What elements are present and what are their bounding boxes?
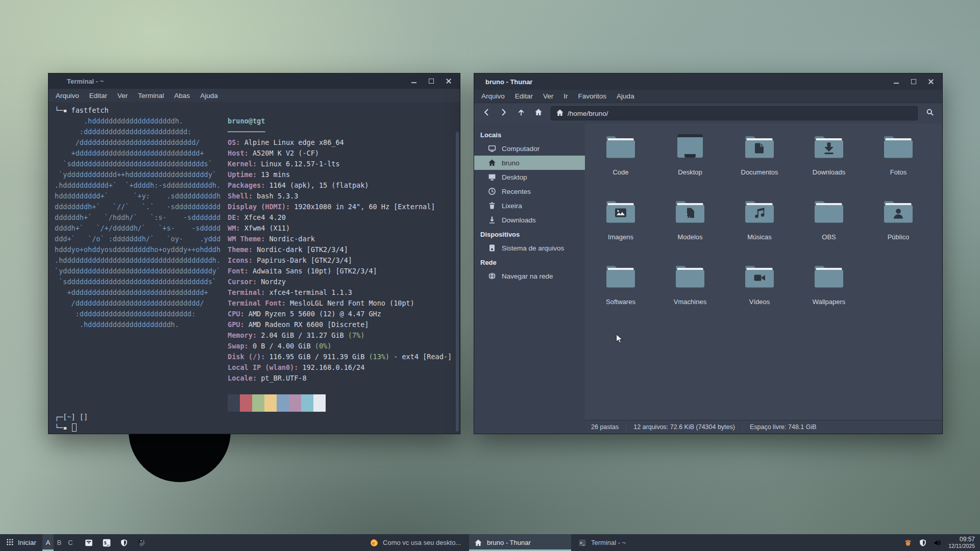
minimize-icon[interactable] (411, 78, 417, 84)
task-button-como-vc-usa-seu-deskto[interactable]: Como vc usa seu deskto... (365, 534, 467, 551)
path-bar[interactable]: /home/bruno/ (551, 106, 918, 120)
sidebar-item-desktop[interactable]: Desktop (474, 170, 585, 184)
sidebar-item-sistema-de-arquivos[interactable]: Sistema de arquivos (474, 241, 585, 255)
back-button[interactable] (478, 106, 495, 120)
search-button[interactable] (922, 106, 938, 120)
folder-modelos[interactable]: Modelos (655, 197, 725, 262)
close-icon[interactable] (446, 78, 452, 84)
shell-prompt-line2: └─▪ (55, 422, 453, 433)
file-manager-launcher[interactable] (84, 538, 93, 547)
menu-item-ajuda[interactable]: Ajuda (195, 90, 223, 102)
workspace-a[interactable]: A (42, 534, 54, 551)
home-icon (474, 539, 482, 547)
sidebar-item-lixeira[interactable]: Lixeira (474, 198, 585, 213)
shell-prompt-line1: ┌─[~] [] (55, 412, 453, 422)
fastfetch-entry-swap: Swap: 0 B / 4.00 GiB (0%) (228, 341, 452, 352)
terminal-dark-icon: >_ (578, 539, 586, 547)
folder-documentos[interactable]: Documentos (725, 133, 794, 197)
maximize-icon[interactable] (428, 78, 434, 84)
terminal-scrollbar[interactable] (456, 132, 459, 432)
task-button-terminal[interactable]: >_Terminal - ~ (573, 534, 675, 551)
folder-softwares[interactable]: Softwares (586, 262, 655, 327)
folder-label: Fotos (890, 168, 907, 176)
up-button[interactable] (513, 106, 529, 120)
folder-desktop[interactable]: Desktop (655, 133, 725, 197)
folder-label: OBS (822, 233, 836, 241)
home-button[interactable] (530, 106, 547, 120)
menu-item-editar[interactable]: Editar (84, 90, 112, 102)
menu-item-arquivo[interactable]: Arquivo (51, 90, 84, 102)
tray-volume-icon[interactable] (934, 539, 942, 547)
status-divider (626, 423, 626, 431)
forward-button[interactable] (496, 106, 512, 120)
folder-obs[interactable]: OBS (794, 197, 864, 262)
terminal-window: Terminal - ~ ArquivoEditarVerTerminalAba… (48, 73, 460, 434)
files-icon (84, 538, 93, 547)
terminal-icon: $_ (102, 538, 111, 547)
file-view[interactable]: CodeDesktopDocumentosDownloadsFotosImage… (585, 123, 942, 420)
sidebar-item-label: bruno (502, 159, 520, 167)
status-folders: 26 pastas (591, 423, 619, 431)
security-launcher[interactable] (120, 539, 128, 547)
folder-musicas[interactable]: Músicas (725, 197, 794, 262)
folder-videos[interactable]: Vídeos (725, 262, 794, 327)
sidebar-item-label: Lixeira (502, 202, 522, 210)
folder-publico[interactable]: Público (864, 197, 933, 262)
folder-wallpapers[interactable]: Wallpapers (794, 262, 864, 327)
terminal-titlebar[interactable]: Terminal - ~ (48, 73, 460, 89)
menu-item-ver[interactable]: Ver (112, 90, 133, 102)
sidebar-item-computador[interactable]: Computador (474, 141, 585, 156)
folder-fotos[interactable]: Fotos (864, 133, 933, 197)
status-divider (742, 423, 743, 431)
sidebar-item-label: Navegar na rede (502, 272, 553, 280)
workspace-c[interactable]: C (65, 534, 76, 551)
start-menu-button[interactable]: Iniciar (0, 534, 42, 551)
folder-downloads[interactable]: Downloads (794, 133, 864, 197)
sidebar-item-label: Computador (502, 145, 540, 153)
mouse-cursor (616, 334, 623, 346)
menu-item-favoritos[interactable]: Favoritos (573, 90, 612, 102)
task-button-bruno-thunar[interactable]: bruno - Thunar (469, 534, 571, 551)
folder-icon (674, 197, 706, 227)
taskbar-clock[interactable]: 09:57 12/11/2025 (948, 536, 975, 549)
current-path: /home/bruno/ (568, 110, 608, 117)
menu-item-ir[interactable]: Ir (558, 90, 573, 102)
menu-item-terminal[interactable]: Terminal (133, 90, 169, 102)
browser-launcher[interactable] (137, 538, 145, 547)
minimize-icon[interactable] (893, 79, 899, 85)
terminal-menubar: ArquivoEditarVerTerminalAbasAjuda (48, 89, 460, 102)
folder-icon (674, 133, 706, 162)
menu-item-ver[interactable]: Ver (538, 90, 558, 102)
fastfetch-entry-icons: Icons: Papirus-Dark [GTK2/3/4] (228, 255, 452, 266)
clock-time: 09:57 (960, 536, 975, 543)
fastfetch-entry-gpu: GPU: AMD Radeon RX 6600 [Discrete] (228, 319, 452, 330)
folder-imagens[interactable]: Imagens (586, 197, 655, 262)
thunar-toolbar: /home/bruno/ (474, 103, 942, 123)
fastfetch-entry-local-ip-wlan0: Local IP (wlan0): 192.168.0.16/24 (228, 362, 452, 373)
sidebar-item-downloads[interactable]: Downloads (474, 213, 585, 227)
tray-shield-icon[interactable] (919, 539, 927, 547)
fastfetch-entry-locale: Locale: pt_BR.UTF-8 (228, 373, 452, 384)
menu-item-arquivo[interactable]: Arquivo (476, 90, 510, 102)
menu-item-abas[interactable]: Abas (169, 90, 195, 102)
status-files: 12 arquivos: 72.6 KiB (74304 bytes) (633, 423, 735, 431)
sidebar-item-recentes[interactable]: Recentes (474, 184, 585, 198)
tray-app-icon[interactable] (904, 539, 912, 547)
folder-code[interactable]: Code (586, 133, 655, 197)
close-icon[interactable] (928, 79, 934, 85)
folder-label: Softwares (606, 298, 635, 306)
menu-item-ajuda[interactable]: Ajuda (611, 90, 640, 102)
thunar-window: bruno - Thunar ArquivoEditarVerIrFavorit… (474, 73, 943, 434)
terminal-launcher[interactable]: $_ (102, 538, 111, 547)
workspace-switcher: ABC (42, 534, 76, 551)
back-icon (482, 108, 491, 118)
menu-item-editar[interactable]: Editar (510, 90, 538, 102)
thunar-titlebar[interactable]: bruno - Thunar (474, 73, 942, 90)
folder-vmachines[interactable]: Vmachines (655, 262, 725, 327)
maximize-icon[interactable] (911, 79, 917, 85)
folder-icon (604, 197, 637, 227)
workspace-b[interactable]: B (54, 534, 65, 551)
fastfetch-entry-cursor: Cursor: Nordzy (228, 277, 452, 287)
sidebar-item-bruno[interactable]: bruno (474, 156, 585, 170)
sidebar-item-navegar-na-rede[interactable]: Navegar na rede (474, 269, 585, 283)
